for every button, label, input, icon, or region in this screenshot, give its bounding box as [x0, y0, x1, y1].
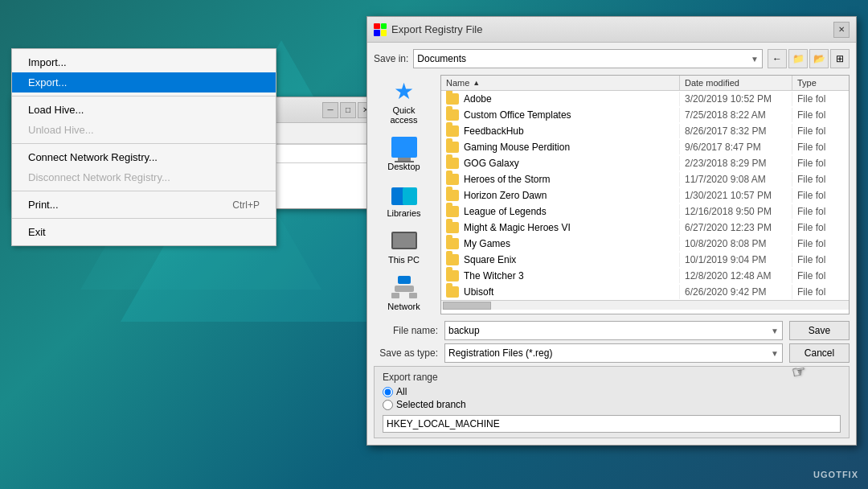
- radio-all-label: All: [396, 386, 407, 397]
- table-row[interactable]: My Games 10/8/2020 8:08 PM File fol: [441, 236, 849, 252]
- network-label: Network: [387, 302, 420, 311]
- file-date: 8/26/2017 8:32 PM: [680, 124, 792, 138]
- table-row[interactable]: Square Enix 10/1/2019 9:04 PM File fol: [441, 252, 849, 268]
- star-icon: ★: [394, 78, 414, 105]
- table-row[interactable]: The Witcher 3 12/8/2020 12:48 AM File fo…: [441, 268, 849, 284]
- file-name: Heroes of the Storm: [464, 174, 550, 185]
- separator-1: [12, 96, 276, 97]
- file-name: Horizon Zero Dawn: [464, 190, 547, 201]
- scrollbar-thumb[interactable]: [443, 302, 491, 310]
- save-in-value: Documents: [417, 53, 466, 64]
- column-type-header[interactable]: Type: [792, 76, 849, 90]
- print-label: Print...: [28, 199, 59, 211]
- horizontal-scrollbar[interactable]: [441, 300, 849, 310]
- this-pc-icon: [391, 228, 417, 253]
- desktop-icon: [391, 134, 417, 160]
- folder-icon: [446, 109, 459, 121]
- file-date: 10/8/2020 8:08 PM: [680, 236, 792, 251]
- file-name: Gaming Mouse Perdition: [464, 142, 570, 153]
- table-row[interactable]: Ubisoft 6/26/2020 9:42 PM File fol: [441, 284, 849, 300]
- file-type: File fol: [792, 220, 849, 235]
- radio-selected[interactable]: [383, 400, 393, 410]
- minimize-button[interactable]: ─: [322, 102, 338, 118]
- menu-load-hive[interactable]: Load Hive...: [12, 100, 276, 120]
- file-type: File fol: [792, 236, 849, 251]
- table-row[interactable]: Adobe 3/20/2019 10:52 PM File fol: [441, 91, 849, 107]
- file-type: File fol: [792, 285, 849, 299]
- save-in-label: Save in:: [374, 53, 408, 64]
- file-date: 10/1/2019 9:04 PM: [680, 253, 792, 267]
- file-name: My Games: [464, 238, 510, 249]
- filetype-value: Registration Files (*.reg): [448, 347, 552, 359]
- folder-icon: [446, 286, 459, 298]
- quick-access-label: Quick access: [379, 105, 429, 125]
- save-button[interactable]: Save: [789, 321, 850, 340]
- shortcut-network[interactable]: Network: [376, 271, 432, 314]
- cancel-button[interactable]: Cancel: [789, 343, 850, 363]
- network-icon: [391, 274, 417, 300]
- table-row[interactable]: GOG Galaxy 2/23/2018 8:29 PM File fol: [441, 155, 849, 171]
- file-type: File fol: [792, 172, 849, 187]
- export-dialog-icon: [374, 23, 387, 36]
- this-pc-label: This PC: [388, 255, 420, 265]
- filetype-input[interactable]: Registration Files (*.reg) ▼: [444, 343, 783, 363]
- menu-exit[interactable]: Exit: [12, 222, 276, 242]
- folder-icon: [446, 125, 459, 137]
- shortcut-this-pc[interactable]: This PC: [376, 224, 432, 268]
- file-date: 12/16/2018 9:50 PM: [680, 204, 792, 219]
- table-row[interactable]: Heroes of the Storm 11/7/2020 9:08 AM Fi…: [441, 171, 849, 187]
- column-name-header[interactable]: Name ▲: [441, 76, 680, 90]
- file-date: 2/23/2018 8:29 PM: [680, 156, 792, 171]
- shortcut-libraries[interactable]: Libraries: [376, 178, 432, 221]
- table-row[interactable]: League of Legends 12/16/2018 9:50 PM Fil…: [441, 203, 849, 220]
- toolbar-buttons: ← 📁 📂 ⊞: [768, 49, 850, 68]
- file-type: File fol: [792, 140, 849, 154]
- view-toggle-button[interactable]: ⊞: [830, 49, 850, 68]
- export-dialog-title: Export Registry File: [391, 23, 482, 35]
- back-button[interactable]: ←: [768, 49, 787, 68]
- file-date: 6/27/2020 12:23 PM: [680, 220, 792, 235]
- file-list-header: Name ▲ Date modified Type: [441, 76, 849, 91]
- radio-all[interactable]: [383, 387, 393, 397]
- filename-input[interactable]: backup ▼: [444, 321, 783, 340]
- create-folder-button[interactable]: 📂: [809, 49, 829, 68]
- filetype-label: Save as type:: [374, 347, 438, 359]
- radio-all-row: All: [383, 386, 841, 397]
- save-in-bar: Save in: Documents ▼ ← 📁 📂 ⊞: [374, 49, 850, 68]
- export-dialog-titlebar: Export Registry File ✕: [367, 17, 856, 43]
- up-folder-button[interactable]: 📁: [788, 49, 808, 68]
- column-date-header[interactable]: Date modified: [680, 76, 792, 90]
- folder-icon: [446, 270, 459, 281]
- menu-export[interactable]: Export...: [12, 72, 276, 92]
- shortcut-desktop[interactable]: Desktop: [376, 131, 432, 175]
- separator-2: [12, 143, 276, 144]
- filename-row: File name: backup ▼ Save: [374, 321, 850, 340]
- shortcut-quick-access[interactable]: ★ Quick access: [376, 75, 432, 128]
- branch-input[interactable]: [383, 415, 841, 433]
- file-date: 1/30/2021 10:57 PM: [680, 188, 792, 203]
- save-in-dropdown[interactable]: Documents ▼: [413, 49, 763, 68]
- table-row[interactable]: FeedbackHub 8/26/2017 8:32 PM File fol: [441, 123, 849, 139]
- file-name: FeedbackHub: [464, 125, 524, 137]
- table-row[interactable]: Horizon Zero Dawn 1/30/2021 10:57 PM Fil…: [441, 187, 849, 203]
- filename-value: backup: [448, 325, 480, 336]
- menu-print[interactable]: Print... Ctrl+P: [12, 195, 276, 215]
- file-type: File fol: [792, 269, 849, 283]
- file-dropdown: Import... Export... Load Hive... Unload …: [11, 48, 276, 246]
- quick-access-icon: ★: [391, 78, 417, 104]
- file-date: 9/6/2017 8:47 PM: [680, 140, 792, 154]
- folder-icon: [446, 174, 459, 185]
- save-in-arrow: ▼: [751, 55, 759, 64]
- file-name: Square Enix: [464, 254, 516, 265]
- desktop-label: Desktop: [387, 162, 420, 171]
- table-row[interactable]: Custom Office Templates 7/25/2018 8:22 A…: [441, 107, 849, 123]
- file-name: The Witcher 3: [464, 270, 524, 281]
- file-name: Ubisoft: [464, 286, 493, 298]
- maximize-button[interactable]: □: [340, 102, 356, 118]
- table-row[interactable]: Might & Magic Heroes VI 6/27/2020 12:23 …: [441, 220, 849, 236]
- menu-connect-network[interactable]: Connect Network Registry...: [12, 147, 276, 167]
- print-shortcut: Ctrl+P: [232, 199, 260, 211]
- menu-import[interactable]: Import...: [12, 52, 276, 72]
- export-close-button[interactable]: ✕: [833, 22, 850, 38]
- table-row[interactable]: Gaming Mouse Perdition 9/6/2017 8:47 PM …: [441, 139, 849, 155]
